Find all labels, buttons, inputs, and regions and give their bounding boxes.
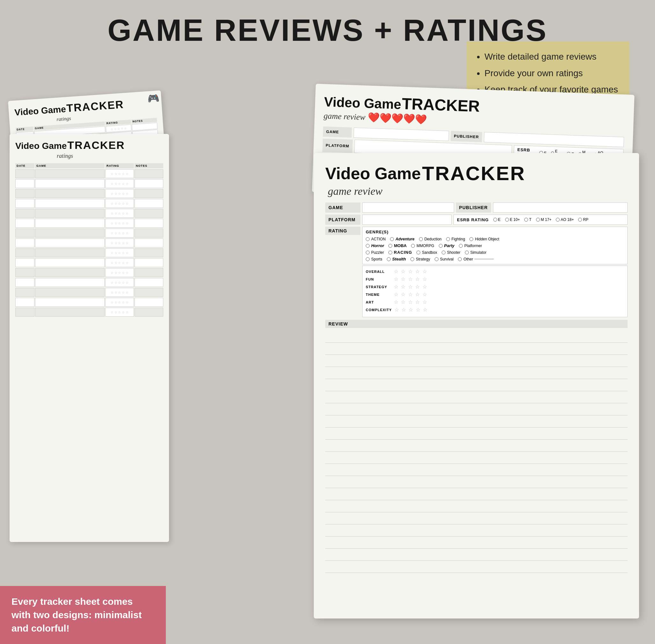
front-videogame: Video Game	[325, 164, 421, 183]
table-row: ☆ ☆ ☆ ☆ ☆	[15, 308, 163, 317]
review-card-front: Video Game TRACKER game review GAME PUBL…	[314, 153, 639, 619]
table-row: ☆ ☆ ☆ ☆ ☆	[15, 189, 163, 198]
front-genre-rating-combined: GENRE(S) ACTION Adventure Deduction Figh…	[362, 227, 628, 317]
rating-art: ART ☆ ☆ ☆ ☆ ☆	[366, 299, 624, 305]
feature-item-1: Write detailed game reviews	[484, 49, 618, 64]
table-row: ☆ ☆ ☆ ☆ ☆	[15, 219, 163, 228]
front-esrb-m[interactable]: M 17+	[536, 217, 552, 222]
genre-sports[interactable]: Sports	[366, 257, 382, 261]
table-rows: ☆ ☆ ☆ ☆ ☆ ☆ ☆ ☆ ☆ ☆ ☆ ☆ ☆ ☆ ☆ ☆ ☆ ☆ ☆ ☆ …	[15, 169, 163, 317]
front-esrb-container: ESRB RATING E E 10+ T M 17+ AO 18+ RP	[453, 214, 628, 225]
review-line	[325, 343, 628, 355]
genre-mmorpg[interactable]: MMORPG	[411, 243, 434, 248]
genre-row-1: ACTION Adventure Deduction Fighting Hidd…	[366, 237, 624, 242]
front-esrb-e[interactable]: E	[493, 217, 501, 222]
table-row: ☆ ☆ ☆ ☆ ☆	[15, 209, 163, 218]
vgt-title-main: Video Game TRACKER	[15, 139, 163, 152]
page-background: GAME REVIEWS + RATINGS Write detailed ga…	[0, 0, 655, 644]
vgt-videogame-main: Video Game	[15, 141, 67, 151]
mini-cell-rating: ☆ ☆ ☆ ☆ ☆	[106, 124, 131, 133]
col-date: DATE	[16, 127, 33, 132]
front-esrb-label: ESRB RATING	[457, 217, 489, 222]
table-row: ☆ ☆ ☆ ☆ ☆	[15, 238, 163, 247]
rating-art-stars: ☆ ☆ ☆ ☆ ☆	[394, 299, 428, 305]
genre-moba[interactable]: MOBA	[388, 243, 407, 248]
rating-fun-label: FUN	[366, 277, 391, 281]
genre-row-3: Puzzler RACING Sandbox Shooter Simulator	[366, 250, 624, 255]
review-line	[325, 367, 628, 379]
review-line	[325, 525, 628, 536]
front-esrb-rp[interactable]: RP	[578, 217, 588, 222]
genre-simulator[interactable]: Simulator	[465, 250, 487, 255]
genre-party[interactable]: Party	[439, 243, 455, 248]
back-subtitle: game review	[323, 111, 365, 122]
review-line	[325, 512, 628, 525]
rating-overall: OVERALL ☆ ☆ ☆ ☆ ☆	[366, 269, 624, 275]
genre-shooter[interactable]: Shooter	[442, 250, 460, 255]
rating-complexity-label: COMPLEXITY	[366, 308, 392, 312]
rating-theme-stars: ☆ ☆ ☆ ☆ ☆	[394, 292, 428, 297]
header-notes: NOTES	[135, 163, 163, 168]
back-game-value	[353, 128, 449, 141]
header-game: GAME	[35, 163, 105, 168]
genre-hidden-object[interactable]: Hidden Object	[469, 237, 499, 242]
front-genre-header: GENRE(S)	[366, 230, 624, 234]
review-line	[325, 330, 628, 343]
front-esrb-t[interactable]: T	[524, 217, 531, 222]
cards-area: Video Game TRACKER ratings 🎮 DATE GAME R…	[0, 89, 655, 644]
table-row: ☆ ☆ ☆ ☆ ☆	[15, 268, 163, 277]
rating-fun-stars: ☆ ☆ ☆ ☆ ☆	[394, 276, 428, 282]
front-title-row: Video Game TRACKER	[325, 162, 628, 185]
back-hearts: ❤️❤️❤️❤️❤️	[368, 112, 427, 125]
front-esrb-e10[interactable]: E 10+	[505, 217, 520, 222]
table-row: ☆ ☆ ☆ ☆ ☆	[15, 288, 163, 297]
table-row: ☆ ☆ ☆ ☆ ☆	[15, 179, 163, 188]
front-esrb-ao[interactable]: AO 18+	[556, 217, 574, 222]
front-rating-section: RATING	[325, 227, 360, 317]
genre-fighting[interactable]: Fighting	[446, 237, 465, 242]
rating-stars-area: OVERALL ☆ ☆ ☆ ☆ ☆ FUN ☆ ☆ ☆ ☆ ☆ STRATEGY…	[362, 266, 628, 317]
genre-racing[interactable]: RACING	[388, 250, 412, 255]
front-tracker: TRACKER	[422, 162, 525, 185]
genre-deduction[interactable]: Deduction	[419, 237, 442, 242]
genre-stealth[interactable]: Stealth	[387, 257, 406, 261]
review-line	[325, 561, 628, 573]
front-platform-label: PLATFORM	[325, 214, 360, 225]
genre-platformer[interactable]: Platformer	[459, 243, 482, 248]
genre-other[interactable]: Other	[458, 257, 494, 261]
back-videogame: Video Game	[324, 94, 402, 112]
rating-overall-label: OVERALL	[366, 270, 391, 274]
back-platform-label: PLATFORM	[322, 139, 353, 153]
front-game-label: GAME	[325, 203, 360, 213]
review-line	[325, 476, 628, 488]
vgt-tracker-top: TRACKER	[66, 98, 125, 114]
vgt-tracker-main: TRACKER	[67, 139, 125, 152]
review-line	[325, 488, 628, 500]
genre-puzzler[interactable]: Puzzler	[366, 250, 384, 255]
genre-row-4: Sports Stealth Strategy Survival Other	[366, 257, 624, 261]
front-platform-row: PLATFORM ESRB RATING E E 10+ T M 17+ AO …	[325, 214, 628, 225]
front-publisher-label: PUBLISHER	[456, 203, 491, 213]
table-row: ☆ ☆ ☆ ☆ ☆	[15, 278, 163, 287]
rating-overall-stars: ☆ ☆ ☆ ☆ ☆	[394, 269, 428, 275]
genre-action[interactable]: ACTION	[366, 237, 386, 242]
genre-horror[interactable]: Horror	[366, 243, 384, 248]
table-row: ☆ ☆ ☆ ☆ ☆	[15, 298, 163, 307]
header-rating: RATING	[105, 163, 134, 168]
front-review-section: REVIEW	[325, 320, 628, 573]
front-rating-genre-row: RATING GENRE(S) ACTION Adventure Deducti…	[325, 227, 628, 317]
rating-strategy-label: STRATEGY	[366, 285, 391, 289]
genre-row-2: Horror MOBA MMORPG Party Platformer	[366, 243, 624, 248]
review-line	[325, 452, 628, 464]
vgt-videogame-top: Video Game	[14, 104, 66, 118]
genre-strategy[interactable]: Strategy	[410, 257, 430, 261]
genre-adventure[interactable]: Adventure	[390, 237, 414, 242]
genre-survival[interactable]: Survival	[435, 257, 454, 261]
bottom-banner: Every tracker sheet comes with two desig…	[0, 586, 166, 644]
rating-strategy-stars: ☆ ☆ ☆ ☆ ☆	[394, 284, 428, 290]
feature-item-2: Provide your own ratings	[484, 66, 618, 81]
table-row: ☆ ☆ ☆ ☆ ☆	[15, 199, 163, 208]
genre-sandbox[interactable]: Sandbox	[416, 250, 437, 255]
rating-fun: FUN ☆ ☆ ☆ ☆ ☆	[366, 276, 624, 282]
review-line	[325, 355, 628, 367]
